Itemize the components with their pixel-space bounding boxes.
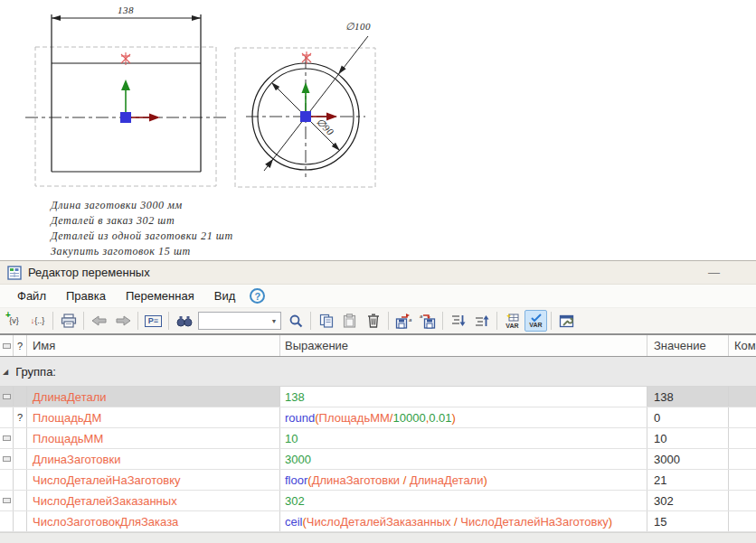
toolbar-separator: [551, 312, 552, 330]
variable-value-cell[interactable]: 3000: [647, 449, 729, 469]
plus-icon: +: [5, 311, 11, 320]
variable-name-cell[interactable]: ЧислоДеталейНаЗаготовку: [27, 470, 280, 490]
expression-token-func: round: [285, 411, 315, 425]
search-combobox[interactable]: ▼: [198, 312, 281, 330]
paste-button[interactable]: [338, 310, 361, 332]
import-variables-button[interactable]: a: [416, 310, 439, 332]
column-header-name[interactable]: Имя: [27, 335, 280, 356]
move-up-icon: [475, 314, 489, 327]
variable-expression-cell[interactable]: 3000: [280, 449, 647, 469]
find-button[interactable]: [173, 310, 195, 332]
variable-expression-cell[interactable]: 138: [280, 387, 647, 407]
side-view[interactable]: ∅100 ∅90: [235, 21, 375, 187]
svg-text:a: a: [420, 314, 423, 319]
cad-document-canvas[interactable]: 138: [0, 0, 756, 260]
toolbar: + {v} ↓ {..} P≡: [0, 308, 756, 335]
expression-token-func: floor: [285, 473, 307, 487]
row-external-cell: [0, 491, 14, 510]
y-axis-arrow: [121, 80, 130, 116]
variable-value-cell[interactable]: 0: [647, 407, 729, 427]
variable-value-cell[interactable]: 10: [647, 428, 729, 448]
toolbar-separator: [168, 312, 169, 330]
undo-button[interactable]: [88, 310, 110, 332]
variable-comment-cell[interactable]: [729, 449, 756, 469]
table-header: ? Имя Выражение Значение Ком: [0, 335, 756, 357]
move-down-button[interactable]: [447, 310, 469, 332]
column-header-expression[interactable]: Выражение: [280, 335, 647, 356]
insert-variable-button[interactable]: ↓ {..}: [26, 310, 49, 332]
copy-button[interactable]: [315, 310, 337, 332]
column-header-external[interactable]: [0, 335, 14, 356]
column-header-value[interactable]: Значение: [647, 335, 729, 356]
origin-point[interactable]: [120, 112, 131, 123]
annotation-line: Деталей из одной заготовки 21 шт: [51, 229, 233, 243]
y-axis-arrow: [302, 82, 310, 114]
element-properties-button[interactable]: P≡: [142, 310, 165, 332]
row-external-cell: [0, 449, 14, 469]
variable-row[interactable]: ДлинаДетали138138: [0, 387, 756, 407]
origin-point[interactable]: [300, 111, 311, 122]
svg-text:a: a: [409, 317, 412, 323]
variable-comment-cell[interactable]: [729, 491, 756, 510]
variable-name-cell[interactable]: ДлинаДетали: [27, 387, 280, 407]
variable-row[interactable]: ?ПлощадьДМround(ПлощадьММ/10000,0.01)0: [0, 407, 756, 428]
variable-value-cell[interactable]: 138: [647, 387, 729, 407]
delete-button[interactable]: [362, 310, 384, 332]
variable-row[interactable]: ЧислоДеталейЗаказанных302302: [0, 491, 756, 511]
chevron-down-icon[interactable]: ▼: [268, 318, 280, 324]
window-titlebar[interactable]: Редактор переменных —: [0, 261, 756, 285]
options-button[interactable]: [555, 310, 578, 332]
variable-name-cell[interactable]: ДлинаЗаготовки: [27, 449, 280, 469]
variable-name-cell[interactable]: ЧислоДеталейЗаказанных: [27, 491, 280, 510]
variable-value-cell[interactable]: 15: [647, 511, 729, 531]
paste-icon: [343, 314, 356, 328]
help-icon[interactable]: ?: [250, 288, 265, 304]
search-button[interactable]: [284, 310, 307, 332]
front-view[interactable]: 138: [25, 5, 226, 186]
menu-edit[interactable]: Правка: [56, 286, 116, 305]
variable-expression-cell[interactable]: ceil(ЧислоДеталейЗаказанных / ЧислоДетал…: [280, 511, 647, 531]
group-row[interactable]: ◢ Группа:: [0, 357, 756, 387]
menu-view[interactable]: Вид: [204, 286, 246, 305]
move-up-button[interactable]: [470, 310, 493, 332]
variable-expression-cell[interactable]: floor(ДлинаЗаготовки / ДлинаДетали): [280, 470, 647, 490]
print-button[interactable]: [57, 310, 80, 332]
variable-comment-cell[interactable]: [729, 407, 756, 427]
column-header-comment[interactable]: Ком: [729, 335, 756, 356]
variable-editor-icon: [7, 266, 22, 280]
expression-token-var: ЧислоДеталейЗаказанных: [307, 515, 451, 529]
printer-icon: [61, 314, 77, 328]
variable-expression-cell[interactable]: round(ПлощадьММ/10000,0.01): [280, 407, 647, 427]
toolbar-separator: [83, 312, 84, 330]
minimize-button[interactable]: —: [703, 266, 725, 279]
row-hidden-flag-cell: ?: [14, 407, 27, 427]
variable-expression-cell[interactable]: 302: [280, 491, 647, 510]
group-expand-icon[interactable]: ◢: [3, 368, 8, 376]
expression-token-op: /: [400, 473, 410, 487]
variable-value-cell[interactable]: 302: [647, 491, 729, 510]
redo-button[interactable]: [111, 310, 134, 332]
variable-comment-cell[interactable]: [729, 511, 756, 531]
variable-row[interactable]: ЧислоЗаготовокДляЗаказаceil(ЧислоДеталей…: [0, 511, 756, 532]
variable-comment-cell[interactable]: [729, 387, 756, 407]
menu-file[interactable]: Файл: [7, 286, 56, 305]
variable-name-cell[interactable]: ПлощадьММ: [27, 428, 280, 448]
variable-row[interactable]: ПлощадьММ1010: [0, 428, 756, 449]
menu-variable[interactable]: Переменная: [116, 286, 204, 305]
check-variables-button[interactable]: VAR: [524, 310, 547, 332]
new-variables-list-button[interactable]: VAR: [501, 310, 524, 332]
row-external-cell: [0, 407, 14, 427]
row-hidden-flag-cell: [14, 387, 27, 407]
column-header-hidden[interactable]: ?: [14, 335, 27, 356]
variable-expression-cell[interactable]: 10: [280, 428, 647, 448]
variable-row[interactable]: ЧислоДеталейНаЗаготовкуfloor(ДлинаЗагото…: [0, 470, 756, 491]
variable-row[interactable]: ДлинаЗаготовки30003000: [0, 449, 756, 470]
variable-comment-cell[interactable]: [729, 428, 756, 448]
variable-comment-cell[interactable]: [729, 470, 756, 490]
variable-name-cell[interactable]: ЧислоЗаготовокДляЗаказа: [27, 511, 280, 531]
variable-name-cell[interactable]: ПлощадьДМ: [27, 407, 280, 427]
add-variable-button[interactable]: + {v}: [3, 310, 25, 332]
wrench-window-icon: [559, 314, 574, 328]
export-variables-button[interactable]: a: [392, 310, 415, 332]
variable-value-cell[interactable]: 21: [647, 470, 729, 490]
